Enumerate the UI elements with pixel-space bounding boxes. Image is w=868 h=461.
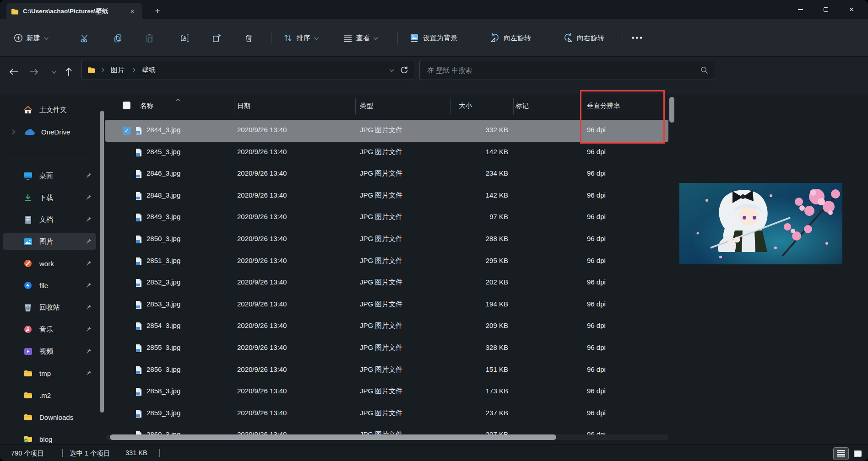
- file-type: JPG 图片文件: [360, 257, 402, 265]
- sidebar-item-tmp[interactable]: tmp: [3, 365, 96, 381]
- file-row[interactable]: 2846_3.jpg 2020/9/26 13:40 JPG 图片文件 234 …: [105, 163, 668, 185]
- breadcrumb-current[interactable]: 壁纸: [140, 65, 157, 75]
- file-name: 2859_3.jpg: [146, 409, 180, 417]
- sidebar-item-downloads-folder[interactable]: Downloads: [3, 409, 96, 425]
- file-row[interactable]: 2855_3.jpg 2020/9/26 13:40 JPG 图片文件 328 …: [105, 338, 668, 359]
- file-explorer-window: C:\Users\achao\Pictures\壁纸 × + × 新建 A: [0, 0, 868, 461]
- sidebar-item-pictures[interactable]: 图片: [3, 233, 96, 250]
- column-separator[interactable]: [450, 98, 450, 114]
- navigation-bar: 图片 壁纸: [0, 57, 868, 94]
- vertical-scrollbar[interactable]: [669, 97, 674, 123]
- explorer-tab[interactable]: C:\Users\achao\Pictures\壁纸 ×: [6, 3, 142, 19]
- more-options-button[interactable]: •••: [628, 28, 647, 48]
- column-header-tags[interactable]: 标记: [515, 102, 529, 110]
- sidebar-item-label: 桌面: [39, 172, 82, 180]
- file-date: 2020/9/26 13:40: [237, 387, 287, 395]
- expand-chevron-icon[interactable]: [9, 130, 16, 134]
- forward-button[interactable]: [26, 64, 42, 80]
- back-button[interactable]: [5, 64, 22, 80]
- file-row[interactable]: 2852_3.jpg 2020/9/26 13:40 JPG 图片文件 202 …: [105, 272, 668, 294]
- file-row[interactable]: 2858_3.jpg 2020/9/26 13:40 JPG 图片文件 173 …: [105, 381, 668, 403]
- row-checkbox[interactable]: ✓: [123, 127, 130, 134]
- details-view-button[interactable]: [833, 447, 849, 460]
- file-name: 2844_3.jpg: [146, 126, 180, 134]
- file-row[interactable]: 2860_3.jpg 2020/9/26 13:40 JPG 图片文件 207 …: [105, 424, 668, 435]
- close-button[interactable]: ×: [839, 0, 864, 19]
- file-date: 2020/9/26 13:40: [237, 300, 287, 308]
- sort-arrows-icon: [283, 33, 293, 43]
- new-button[interactable]: 新建: [10, 28, 51, 48]
- file-row[interactable]: 2854_3.jpg 2020/9/26 13:40 JPG 图片文件 209 …: [105, 316, 668, 338]
- sidebar-item-m2[interactable]: .m2: [3, 387, 96, 403]
- tab-close-icon[interactable]: ×: [127, 6, 137, 16]
- sidebar-scrollbar[interactable]: [100, 111, 104, 413]
- file-size: 142 KB: [426, 148, 508, 155]
- minimize-button[interactable]: [787, 0, 813, 19]
- recent-locations-button[interactable]: [45, 64, 61, 80]
- delete-button[interactable]: [240, 28, 257, 48]
- share-button[interactable]: [208, 28, 225, 48]
- column-separator[interactable]: [234, 98, 234, 114]
- copy-button[interactable]: [109, 28, 126, 48]
- folder-synced-icon: [22, 434, 34, 444]
- column-header-date[interactable]: 日期: [237, 102, 250, 110]
- address-dropdown-icon[interactable]: [390, 67, 394, 72]
- file-date: 2020/9/26 13:40: [237, 409, 287, 417]
- file-row[interactable]: 2850_3.jpg 2020/9/26 13:40 JPG 图片文件 288 …: [105, 229, 668, 251]
- file-row[interactable]: 2859_3.jpg 2020/9/26 13:40 JPG 图片文件 237 …: [105, 403, 668, 425]
- sidebar-item-recycle-bin[interactable]: 回收站: [3, 299, 96, 316]
- file-row[interactable]: 2845_3.jpg 2020/9/26 13:40 JPG 图片文件 142 …: [105, 142, 668, 164]
- refresh-icon[interactable]: [400, 66, 408, 74]
- sidebar-item-blog[interactable]: blog: [3, 431, 96, 445]
- file-row[interactable]: 2853_3.jpg 2020/9/26 13:40 JPG 图片文件 194 …: [105, 294, 668, 316]
- sidebar-item-label: OneDrive: [41, 128, 92, 136]
- column-separator[interactable]: [513, 98, 514, 114]
- select-all-checkbox[interactable]: [123, 102, 130, 109]
- file-row[interactable]: 2848_3.jpg 2020/9/26 13:40 JPG 图片文件 142 …: [105, 185, 668, 207]
- horizontal-scrollbar[interactable]: [106, 434, 668, 440]
- sidebar-item-documents[interactable]: 文档: [3, 211, 96, 228]
- jpg-file-icon: [135, 257, 143, 266]
- file-row[interactable]: 2851_3.jpg 2020/9/26 13:40 JPG 图片文件 295 …: [105, 251, 668, 273]
- rotate-left-button[interactable]: 向左旋转: [486, 28, 535, 48]
- file-size: 328 KB: [426, 343, 508, 351]
- thumbnail-view-button[interactable]: [851, 447, 864, 460]
- breadcrumb-pictures[interactable]: 图片: [109, 65, 126, 75]
- jpg-file-icon: [135, 235, 143, 244]
- new-tab-button[interactable]: +: [151, 5, 164, 17]
- search-input[interactable]: [426, 66, 700, 75]
- column-header-size[interactable]: 大小: [459, 102, 472, 110]
- sidebar-item-home[interactable]: 主文件夹: [3, 102, 96, 118]
- pin-icon: [84, 172, 92, 179]
- up-button[interactable]: [60, 64, 77, 80]
- paste-button[interactable]: [141, 28, 158, 48]
- set-background-button[interactable]: 设置为背景: [406, 28, 461, 48]
- rename-button[interactable]: A: [177, 28, 194, 48]
- folder-icon: [22, 391, 34, 400]
- address-bar[interactable]: 图片 壁纸: [81, 60, 414, 80]
- file-row[interactable]: 2856_3.jpg 2020/9/26 13:40 JPG 图片文件 151 …: [105, 359, 668, 381]
- sort-button[interactable]: 排序: [279, 28, 321, 48]
- file-row[interactable]: 2849_3.jpg 2020/9/26 13:40 JPG 图片文件 97 K…: [105, 207, 668, 229]
- column-separator[interactable]: [355, 98, 356, 114]
- breadcrumb-chevron-icon: [131, 68, 135, 72]
- sidebar-item-onedrive[interactable]: OneDrive: [3, 123, 96, 140]
- sidebar-item-downloads[interactable]: 下载: [3, 189, 96, 206]
- maximize-button[interactable]: [813, 0, 839, 19]
- sidebar-item-desktop[interactable]: 桌面: [3, 167, 96, 184]
- sidebar-item-videos[interactable]: 视频: [3, 343, 96, 359]
- column-header-type[interactable]: 类型: [360, 102, 373, 110]
- cut-button[interactable]: [76, 28, 93, 48]
- column-header-name[interactable]: 名称: [140, 102, 153, 110]
- rotate-right-button[interactable]: 向右旋转: [559, 28, 608, 48]
- sidebar-item-file[interactable]: file: [3, 277, 96, 294]
- copy-icon: [113, 33, 123, 43]
- toolbar-divider: [68, 32, 68, 44]
- view-button[interactable]: 查看: [340, 28, 380, 48]
- sidebar-item-music[interactable]: 音乐: [3, 321, 96, 338]
- trash-icon: [244, 33, 254, 43]
- horizontal-scrollbar-thumb[interactable]: [110, 434, 556, 440]
- file-size: 295 KB: [426, 257, 508, 264]
- sidebar-item-work[interactable]: work: [3, 255, 96, 272]
- folder-icon: [11, 8, 19, 15]
